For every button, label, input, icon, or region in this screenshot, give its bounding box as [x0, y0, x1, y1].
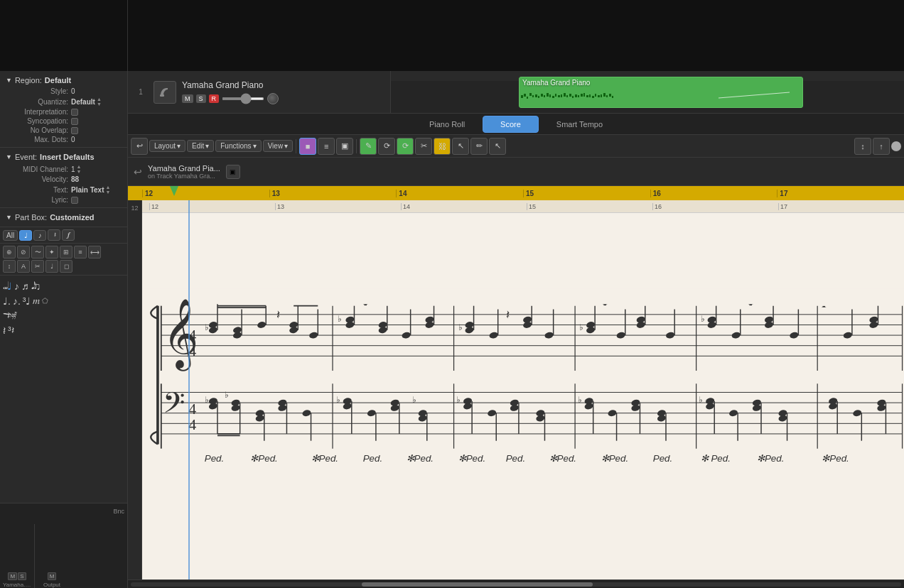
- dotted-quarter[interactable]: ♩.: [3, 295, 11, 307]
- sixteenth-note[interactable]: ♬: [21, 281, 29, 292]
- part-box-toolbar: All ♩ ♪ 𝄽 𝆑: [0, 227, 127, 244]
- region-header[interactable]: ▼ Region: Default: [6, 74, 122, 87]
- track-mute-btn[interactable]: M: [182, 94, 193, 103]
- max-dots-row: Max. Dots: 0: [6, 135, 122, 144]
- svg-rect-13: [555, 94, 556, 97]
- edit-btn[interactable]: Edit ▾: [187, 140, 214, 152]
- dotted-eighth[interactable]: ♪.: [13, 295, 21, 307]
- functions-label: Functions: [220, 142, 251, 150]
- tool-text[interactable]: A: [17, 260, 30, 273]
- interpretation-checkbox[interactable]: [71, 109, 78, 116]
- svg-rect-7: [538, 96, 539, 98]
- track-region[interactable]: Yamaha Grand Piano: [519, 77, 803, 108]
- sub-mark-14: 14: [401, 203, 527, 210]
- quantize-value[interactable]: Default: [71, 98, 95, 106]
- r-dotted[interactable]: 𝄽.: [3, 325, 6, 337]
- svg-rect-33: [612, 96, 613, 98]
- resize-btn[interactable]: ↕: [854, 138, 871, 155]
- tool-cycle[interactable]: ⟳: [378, 138, 395, 155]
- scroll-thumb[interactable]: [362, 582, 593, 587]
- svg-text:♭: ♭: [699, 395, 703, 405]
- eighth-note[interactable]: ♪: [14, 281, 19, 292]
- interpretation-row: Interpretation:: [6, 107, 122, 116]
- part-box-treble-btn[interactable]: ♩: [19, 230, 32, 241]
- sub-mark-15: 15: [527, 203, 652, 210]
- score-toolbar: ↩ Layout ▾ Edit ▾ Functions ▾ View ▾ ■ ≡…: [128, 135, 904, 158]
- no-overlap-checkbox[interactable]: [71, 127, 78, 134]
- tool-note[interactable]: ♩: [45, 260, 58, 273]
- event-header[interactable]: ▼ Event: Insert Defaults: [6, 151, 122, 163]
- part-box-grace-btn[interactable]: ♪: [33, 230, 46, 241]
- tool-color-3[interactable]: ▣: [336, 138, 353, 155]
- tool-cycle2[interactable]: ⟳: [397, 138, 414, 155]
- layout-btn[interactable]: Layout ▾: [149, 140, 185, 152]
- tab-smart-tempo[interactable]: Smart Tempo: [539, 116, 620, 133]
- tool-pencil[interactable]: ✎: [360, 138, 377, 155]
- midi-channel-stepper[interactable]: ▲▼: [77, 164, 82, 174]
- tool-erase[interactable]: ◻: [60, 260, 72, 273]
- edit-label: Edit: [192, 142, 204, 150]
- view-btn[interactable]: View ▾: [263, 140, 294, 152]
- track-area: 1 Yamaha Grand Piano M S R: [128, 71, 904, 114]
- velocity-row: Velocity: 88: [6, 175, 122, 184]
- r-triplet[interactable]: ³𝄽: [8, 325, 11, 337]
- track-pan-knob[interactable]: [267, 93, 279, 104]
- channel-1-mute[interactable]: M: [8, 572, 17, 580]
- channel-1-solo[interactable]: S: [18, 572, 26, 580]
- channel-2-mute[interactable]: M: [48, 572, 57, 580]
- back-btn[interactable]: ↩: [131, 138, 148, 155]
- quantize-stepper[interactable]: ▲▼: [97, 97, 102, 107]
- functions-chevron: ▾: [253, 142, 257, 150]
- tool-transform[interactable]: ⟷: [88, 246, 101, 258]
- interpretation-label: Interpretation:: [11, 108, 68, 116]
- tool-pointer[interactable]: ⊕: [3, 246, 16, 258]
- quarter-note[interactable]: ♩: [7, 281, 12, 292]
- tool-select[interactable]: ⊘: [17, 246, 30, 258]
- track-solo-btn[interactable]: S: [196, 94, 206, 103]
- tab-score[interactable]: Score: [483, 116, 539, 133]
- tool-draw[interactable]: ✏: [470, 138, 488, 155]
- functions-btn[interactable]: Functions ▾: [215, 140, 261, 152]
- score-main[interactable]: 12 13 14 15 16 17: [142, 200, 904, 579]
- lyric-checkbox[interactable]: [71, 197, 78, 204]
- tool-scissors2[interactable]: ✂: [415, 138, 432, 155]
- score-back-arrow[interactable]: ↩: [134, 166, 142, 178]
- svg-text:♭: ♭: [338, 314, 342, 324]
- tool-grid[interactable]: ⊞: [60, 246, 72, 258]
- tool-wave[interactable]: 〜: [31, 246, 44, 258]
- part-box-header[interactable]: ▼ Part Box: Customized: [6, 211, 122, 224]
- track-volume-slider[interactable]: [222, 97, 264, 100]
- tab-piano-roll[interactable]: Piano Roll: [411, 116, 483, 133]
- event-chevron: ▼: [6, 153, 12, 160]
- part-box-rest-btn[interactable]: 𝄽: [48, 229, 60, 241]
- tool-split[interactable]: ✦: [45, 246, 58, 258]
- syncopation-checkbox[interactable]: [71, 118, 78, 125]
- tool-color-2[interactable]: ≡: [318, 138, 335, 155]
- part-box-dyn-btn[interactable]: 𝆑: [62, 229, 75, 241]
- tool-articulate[interactable]: ≡: [74, 246, 87, 258]
- triplet[interactable]: ³♩: [23, 295, 31, 307]
- text-stepper[interactable]: ▲▼: [106, 185, 111, 195]
- svg-rect-21: [578, 95, 579, 97]
- dot-indicator: [891, 141, 901, 151]
- tool-arrow[interactable]: ↕: [3, 260, 16, 273]
- bottom-scrollbar[interactable]: [128, 579, 904, 588]
- score-track-settings[interactable]: ▣: [226, 165, 240, 179]
- track-region-label: Yamaha Grand Piano: [520, 77, 802, 88]
- tool-chain[interactable]: ⛓: [434, 138, 451, 155]
- 64th-note[interactable]: ♫: [33, 281, 41, 292]
- tool-color-1[interactable]: ■: [299, 138, 316, 155]
- max-dots-label: Max. Dots:: [11, 136, 68, 143]
- text-value[interactable]: Plain Text: [71, 186, 104, 194]
- track-record-btn[interactable]: R: [209, 94, 220, 103]
- tool-scissors[interactable]: ✂: [31, 260, 44, 273]
- mixer-section: M S Yamaha...nd Piano M Output Bnc: [0, 503, 127, 588]
- tool-select2[interactable]: ↖: [489, 138, 506, 155]
- score-svg: 𝄞 𝄢 4 4 4 4: [142, 213, 904, 555]
- tool-cursor[interactable]: ↖: [452, 138, 469, 155]
- svg-rect-31: [606, 95, 608, 97]
- grace-note[interactable]: 𝆐: [33, 295, 40, 307]
- up-btn[interactable]: ↑: [873, 138, 890, 155]
- scroll-track[interactable]: [131, 582, 901, 587]
- part-box-all-btn[interactable]: All: [3, 230, 18, 241]
